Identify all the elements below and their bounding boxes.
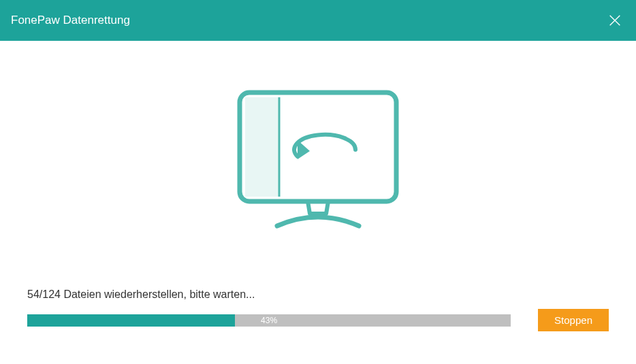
app-title: FonePaw Datenrettung xyxy=(11,14,130,27)
progress-percent-label: 43% xyxy=(27,314,511,327)
svg-rect-1 xyxy=(245,97,279,197)
stop-button[interactable]: Stoppen xyxy=(538,309,609,331)
status-row: 54/124 Dateien wiederherstellen, bitte w… xyxy=(27,288,609,309)
progress-row: 43% Stoppen xyxy=(27,309,609,331)
status-text: 54/124 Dateien wiederherstellen, bitte w… xyxy=(27,288,609,301)
main-content: 54/124 Dateien wiederherstellen, bitte w… xyxy=(0,41,636,359)
progress-bar: 43% xyxy=(27,314,511,327)
close-icon xyxy=(607,13,622,28)
title-bar: FonePaw Datenrettung xyxy=(0,0,636,41)
close-button[interactable] xyxy=(605,10,625,31)
monitor-refresh-icon xyxy=(233,88,403,234)
